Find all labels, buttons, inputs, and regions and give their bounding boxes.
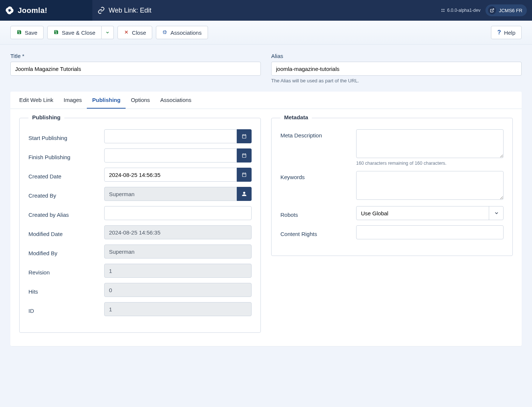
page-title-block: Web Link: Edit xyxy=(92,7,151,14)
tab-options[interactable]: Options xyxy=(126,92,155,109)
version-badge: 6.0.0-alpha1-dev xyxy=(441,8,480,13)
revision-input xyxy=(104,264,252,278)
modified-by-input xyxy=(104,244,252,259)
save-close-button[interactable]: Save & Close xyxy=(47,26,102,39)
close-button[interactable]: Close xyxy=(117,26,152,39)
modified-date-input xyxy=(104,225,252,239)
meta-description-input[interactable] xyxy=(356,129,504,158)
hits-input xyxy=(104,283,252,297)
save-button[interactable]: Save xyxy=(10,26,44,39)
metadata-fieldset: Metadata Meta Description 160 characters… xyxy=(271,118,513,256)
alias-label: Alias xyxy=(271,53,522,59)
modified-by-label: Modified By xyxy=(28,247,104,256)
publishing-legend: Publishing xyxy=(28,114,64,120)
save-close-dropdown-button[interactable] xyxy=(102,26,114,39)
main-panel: Edit Web Link Images Publishing Options … xyxy=(10,92,522,346)
metadata-legend: Metadata xyxy=(280,114,312,120)
svg-point-2 xyxy=(441,11,443,12)
calendar-button[interactable] xyxy=(237,129,252,143)
hits-label: Hits xyxy=(28,285,104,295)
close-icon xyxy=(124,30,129,36)
save-close-group: Save & Close xyxy=(47,26,114,39)
id-input xyxy=(104,302,252,316)
svg-point-3 xyxy=(443,11,444,12)
finish-publishing-label: Finish Publishing xyxy=(28,151,104,160)
question-icon: ? xyxy=(497,29,501,36)
associations-button[interactable]: Associations xyxy=(156,26,208,39)
brand-text: Joomla! xyxy=(18,6,47,15)
calendar-button[interactable] xyxy=(237,168,252,182)
robots-label: Robots xyxy=(280,209,356,218)
created-date-input[interactable] xyxy=(104,168,237,182)
start-publishing-input[interactable] xyxy=(104,129,237,143)
user-picker-button[interactable] xyxy=(237,187,252,201)
start-publishing-label: Start Publishing xyxy=(28,132,104,141)
tab-edit-web-link[interactable]: Edit Web Link xyxy=(14,92,58,109)
joomla-logo-icon xyxy=(4,5,15,16)
created-by-label: Created By xyxy=(28,189,104,199)
title-input[interactable] xyxy=(10,62,261,76)
created-date-label: Created Date xyxy=(28,170,104,179)
alias-hint: The Alias will be used as part of the UR… xyxy=(271,78,522,83)
finish-publishing-input[interactable] xyxy=(104,148,237,163)
id-label: ID xyxy=(28,305,104,314)
site-badge[interactable]: JCMS6 FR xyxy=(485,4,527,16)
meta-description-counter: 160 characters remaining of 160 characte… xyxy=(356,161,504,166)
created-by-alias-label: Created by Alias xyxy=(28,209,104,218)
tab-publishing[interactable]: Publishing xyxy=(87,92,126,109)
chevron-down-icon xyxy=(105,30,110,35)
robots-select[interactable] xyxy=(356,206,504,220)
revision-label: Revision xyxy=(28,266,104,276)
content-rights-input[interactable] xyxy=(356,225,504,239)
action-toolbar: Save Save & Close Close Associations ? H… xyxy=(0,21,532,45)
top-bar: Joomla! Web Link: Edit 6.0.0-alpha1-dev … xyxy=(0,0,532,21)
calendar-button[interactable] xyxy=(237,148,252,163)
content-rights-label: Content Rights xyxy=(280,228,356,237)
external-link-icon xyxy=(488,6,496,14)
save-icon xyxy=(54,30,59,36)
modified-date-label: Modified Date xyxy=(28,228,104,237)
alias-input[interactable] xyxy=(271,62,522,76)
title-label: Title * xyxy=(10,53,261,59)
publishing-fieldset: Publishing Start Publishing Finish Publi… xyxy=(19,118,261,333)
svg-point-0 xyxy=(441,9,443,10)
page-title: Web Link: Edit xyxy=(109,7,151,14)
svg-point-1 xyxy=(443,9,444,10)
tab-bar: Edit Web Link Images Publishing Options … xyxy=(10,92,522,109)
head-fields: Title * Alias The Alias will be used as … xyxy=(0,45,532,90)
link-icon xyxy=(98,7,105,14)
joomla-mini-icon xyxy=(441,8,445,13)
meta-description-label: Meta Description xyxy=(280,129,356,138)
tab-associations[interactable]: Associations xyxy=(155,92,197,109)
help-button[interactable]: ? Help xyxy=(491,26,522,39)
keywords-label: Keywords xyxy=(280,171,356,180)
contract-icon xyxy=(162,30,167,36)
tab-images[interactable]: Images xyxy=(58,92,87,109)
created-by-alias-input[interactable] xyxy=(104,206,252,220)
created-by-input xyxy=(104,187,237,201)
save-icon xyxy=(17,30,22,36)
keywords-input[interactable] xyxy=(356,171,504,200)
brand-block[interactable]: Joomla! xyxy=(0,0,92,21)
